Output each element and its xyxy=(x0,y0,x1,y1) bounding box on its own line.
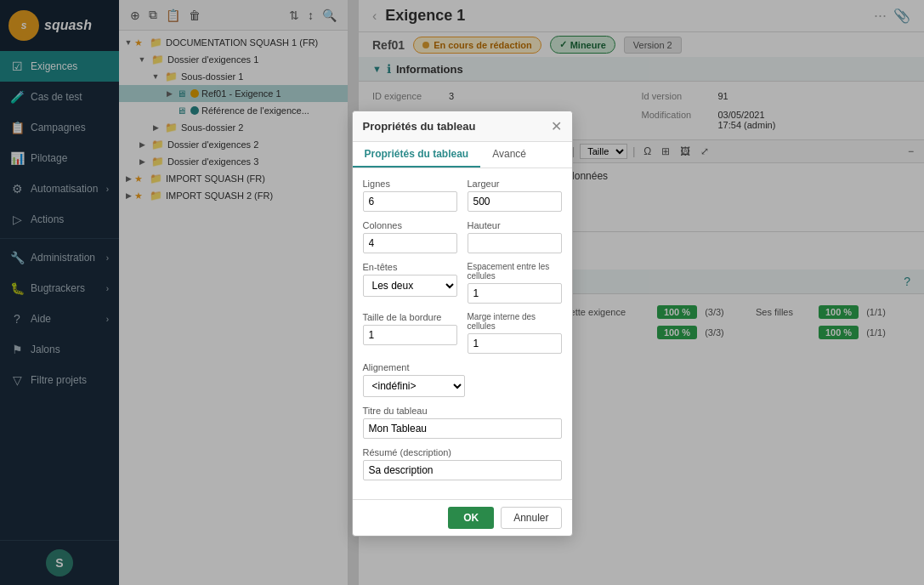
marge-label: Marge interne des cellules xyxy=(468,312,562,331)
tab-advanced[interactable]: Avancé xyxy=(480,142,538,168)
entetes-label: En-têtes xyxy=(363,262,457,272)
ok-button[interactable]: OK xyxy=(448,507,494,529)
colonnes-input[interactable] xyxy=(363,233,457,253)
modal-title: Propriétés du tableau xyxy=(363,120,476,133)
table-properties-modal: Propriétés du tableau ✕ Propriétés du ta… xyxy=(352,111,573,537)
espacement-label: Espacement entre les cellules xyxy=(468,262,562,281)
modal-overlay[interactable]: Propriétés du tableau ✕ Propriétés du ta… xyxy=(0,0,924,585)
tab-properties[interactable]: Propriétés du tableau xyxy=(353,142,481,168)
form-group-alignement: Alignement <indéfini> Gauche Centre Droi… xyxy=(363,362,562,397)
form-group-largeur: Largeur xyxy=(468,179,562,212)
form-group-colonnes: Colonnes xyxy=(363,220,457,253)
modal-header: Propriétés du tableau ✕ xyxy=(353,111,572,142)
taille-bordure-label: Taille de la bordure xyxy=(363,312,457,322)
form-row-entetes-espacement: En-têtes Les deux Lignes Colonnes Aucun … xyxy=(363,262,562,304)
modal-body: Lignes Largeur Colonnes Hauteur xyxy=(353,168,572,499)
largeur-input[interactable] xyxy=(468,191,562,212)
alignement-label: Alignement xyxy=(363,362,562,372)
lignes-input[interactable] xyxy=(363,191,457,212)
lignes-label: Lignes xyxy=(363,179,457,189)
form-row-colonnes-hauteur: Colonnes Hauteur xyxy=(363,220,562,253)
form-group-lignes: Lignes xyxy=(363,179,457,212)
form-row-bordure-marge: Taille de la bordure Marge interne des c… xyxy=(363,312,562,354)
form-group-espacement: Espacement entre les cellules xyxy=(468,262,562,304)
colonnes-label: Colonnes xyxy=(363,220,457,230)
hauteur-label: Hauteur xyxy=(468,220,562,230)
form-group-resume: Résumé (description) xyxy=(363,447,562,480)
form-group-entetes: En-têtes Les deux Lignes Colonnes Aucun xyxy=(363,262,457,304)
largeur-label: Largeur xyxy=(468,179,562,189)
titre-label: Titre du tableau xyxy=(363,406,562,416)
annuler-button[interactable]: Annuler xyxy=(501,507,561,529)
hauteur-input[interactable] xyxy=(468,233,562,253)
entetes-select[interactable]: Les deux Lignes Colonnes Aucun xyxy=(363,275,457,297)
form-group-taille-bordure: Taille de la bordure xyxy=(363,312,457,354)
resume-input[interactable] xyxy=(363,460,562,480)
form-row-lignes-largeur: Lignes Largeur xyxy=(363,179,562,212)
modal-tabs: Propriétés du tableau Avancé xyxy=(353,142,572,168)
alignement-select[interactable]: <indéfini> Gauche Centre Droite xyxy=(363,375,465,397)
form-group-titre: Titre du tableau xyxy=(363,406,562,439)
modal-close-button[interactable]: ✕ xyxy=(551,118,562,134)
titre-input[interactable] xyxy=(363,418,562,439)
form-group-marge: Marge interne des cellules xyxy=(468,312,562,354)
form-group-hauteur: Hauteur xyxy=(468,220,562,253)
taille-bordure-input[interactable] xyxy=(363,325,457,345)
espacement-input[interactable] xyxy=(468,283,562,304)
modal-footer: OK Annuler xyxy=(353,499,572,536)
marge-input[interactable] xyxy=(468,333,562,354)
resume-label: Résumé (description) xyxy=(363,447,562,457)
